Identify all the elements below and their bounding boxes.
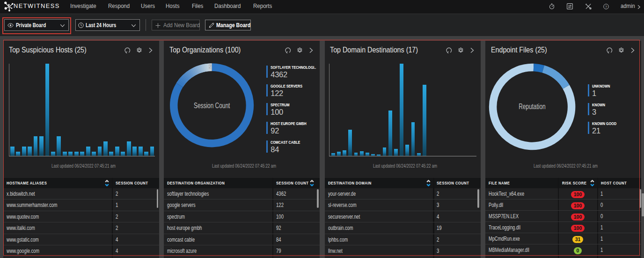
svg-text:?: ? bbox=[605, 4, 607, 8]
